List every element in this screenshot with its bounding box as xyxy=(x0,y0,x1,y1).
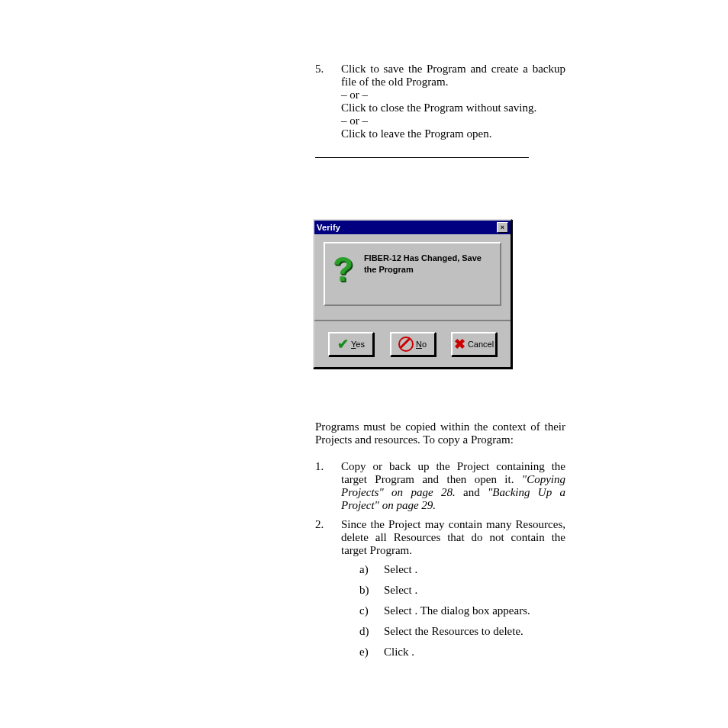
text: Click xyxy=(341,127,369,140)
step-5-block: 5. Click to save the Program and create … xyxy=(315,63,565,158)
yes-button[interactable]: ✔ Yes xyxy=(328,332,374,356)
substeps: a)Select . b)Select . c)Select . The dia… xyxy=(359,563,565,659)
substep-body: Select . xyxy=(384,584,565,597)
substep-letter: c) xyxy=(359,604,370,617)
step-body: Click to save the Program and create a b… xyxy=(341,63,565,140)
dialog-message: FIBER-12 Has Changed, Save the Program xyxy=(364,253,492,275)
substep-letter: b) xyxy=(359,584,370,597)
intro-paragraph: Programs must be copied within the conte… xyxy=(315,420,565,446)
prohibit-icon xyxy=(398,337,414,352)
text: Select xyxy=(384,604,414,617)
substep-letter: e) xyxy=(359,646,370,659)
step-number: 2. xyxy=(315,518,326,666)
substep-body: Select . The dialog box appears. xyxy=(384,604,565,617)
text: Click xyxy=(341,101,369,114)
step-number: 5. xyxy=(315,63,326,140)
text: dialog box appears. xyxy=(441,604,530,617)
dialog-body: ? FIBER-12 Has Changed, Save the Program xyxy=(314,234,511,314)
cancel-button[interactable]: ✖ Cancel xyxy=(451,332,497,356)
verify-dialog: Verify × ? FIBER-12 Has Changed, Save th… xyxy=(313,219,512,369)
text: Click xyxy=(384,646,411,658)
check-icon: ✔ xyxy=(337,336,349,353)
step-number: 1. xyxy=(315,460,326,512)
message-panel: ? FIBER-12 Has Changed, Save the Program xyxy=(324,242,501,306)
substep-letter: d) xyxy=(359,625,370,638)
text: and xyxy=(456,486,488,498)
text: . xyxy=(411,646,414,658)
close-icon[interactable]: × xyxy=(497,222,508,233)
button-label: Yes xyxy=(351,340,365,349)
question-icon: ? xyxy=(333,253,353,285)
step-body: Since the Project may contain many Resou… xyxy=(341,518,565,666)
text: . The xyxy=(414,604,440,617)
dialog-title: Verify xyxy=(317,223,340,232)
text: to leave the Program open. xyxy=(369,127,491,140)
or-separator: – or – xyxy=(341,114,565,127)
substep-letter: a) xyxy=(359,563,370,576)
text: to save the Program and create a backup … xyxy=(341,63,565,88)
document-page: 5. Click to save the Program and create … xyxy=(0,0,728,728)
text: Since the Project may contain many Resou… xyxy=(341,518,565,556)
x-icon: ✖ xyxy=(454,336,465,353)
button-label: Cancel xyxy=(468,340,494,349)
copy-program-section: Programs must be copied within the conte… xyxy=(315,420,565,672)
or-separator: – or – xyxy=(341,89,565,101)
horizontal-rule xyxy=(315,157,529,158)
text: Click xyxy=(341,63,370,75)
dialog-titlebar: Verify × xyxy=(314,221,511,234)
substep-body: Select . xyxy=(384,563,565,576)
text: . xyxy=(414,584,417,596)
text: to close the Program without saving. xyxy=(369,101,536,114)
button-label: No xyxy=(416,340,427,349)
no-button[interactable]: No xyxy=(390,332,436,356)
text: Select xyxy=(384,563,414,575)
substep-body: Click . xyxy=(384,646,565,659)
step-body: Copy or back up the Project containing t… xyxy=(341,460,565,512)
dialog-button-row: ✔ Yes No ✖ Cancel xyxy=(314,320,511,367)
text: Select xyxy=(384,584,414,596)
text: . xyxy=(414,563,417,575)
substep-body: Select the Resources to delete. xyxy=(384,625,565,638)
